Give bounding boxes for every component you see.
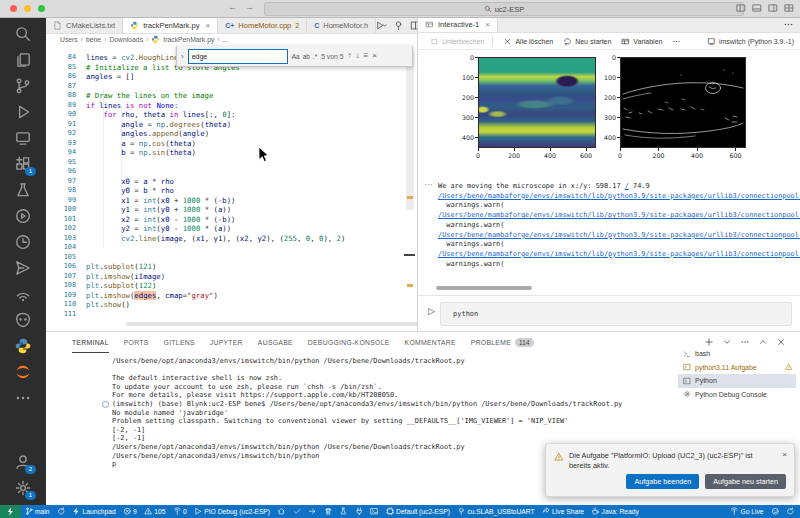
- breadcrumb-item-[interactable]: ...: [223, 36, 229, 43]
- close-window-button[interactable]: [10, 5, 17, 12]
- testing-icon[interactable]: [14, 181, 32, 199]
- extensions-icon[interactable]: 1: [14, 155, 32, 173]
- terminal-picker-icon[interactable]: [722, 337, 732, 347]
- status-feedback[interactable]: [767, 507, 783, 516]
- horizontal-scrollbar[interactable]: [126, 322, 417, 326]
- scrollbar-thumb[interactable]: [406, 50, 414, 210]
- code-line-88[interactable]: 88# Draw the lines on the image: [46, 91, 417, 101]
- panel-tab-kommentare[interactable]: KOMMENTARE: [405, 332, 456, 353]
- status-errors[interactable]: 9: [119, 507, 140, 516]
- code-line-102[interactable]: 102 y2 = int(y0 - 1000 * (a)): [46, 224, 417, 234]
- status-pio-upload[interactable]: [305, 507, 321, 516]
- kernel-picker[interactable]: imswitch (Python 3.9.-1): [707, 37, 794, 46]
- find-toggle-aa[interactable]: Aa: [292, 53, 300, 60]
- terminal-session-python-debug-console[interactable]: Python Debug Console: [678, 388, 796, 402]
- previous-match-icon[interactable]: ↑: [348, 52, 352, 60]
- tab-cmakelists-txt[interactable]: CMakeLists.txt: [46, 17, 123, 33]
- status-pio-test[interactable]: [336, 507, 352, 516]
- close-panel-icon[interactable]: [776, 337, 786, 347]
- code-line-111[interactable]: 111: [46, 310, 417, 320]
- interactive-input-box[interactable]: python: [440, 302, 792, 326]
- code-line-91[interactable]: 91 angle = np.degrees(theta): [46, 120, 417, 130]
- tab-trackpenmark-py[interactable]: trackPenMark.py×: [123, 17, 218, 33]
- code-line-110[interactable]: 110plt.show(): [46, 300, 417, 310]
- status-pio-env[interactable]: Default (uc2-ESP): [382, 507, 453, 516]
- status-warnings[interactable]: 105: [140, 507, 169, 516]
- panel-tab-ausgabe[interactable]: AUSGABE: [258, 332, 293, 353]
- code-line-105[interactable]: 105: [46, 253, 417, 263]
- panel-tab-jupyter[interactable]: JUPYTER: [210, 332, 243, 353]
- tab-homemotor-cpp[interactable]: C+HomeMotor.cpp2: [218, 17, 307, 33]
- send-icon[interactable]: [14, 259, 32, 277]
- source-control-icon[interactable]: [14, 77, 32, 95]
- find-toggle-ab[interactable]: ab: [303, 53, 310, 60]
- status-pio-monitor[interactable]: [351, 507, 367, 516]
- run-circle-icon[interactable]: [14, 207, 32, 225]
- code-line-95[interactable]: 95: [46, 158, 417, 168]
- status-reload[interactable]: [783, 507, 799, 516]
- code-line-94[interactable]: 94 b = np.sin(theta): [46, 148, 417, 158]
- layout-grid-icon[interactable]: [784, 3, 794, 13]
- panel-tab-terminal[interactable]: TERMINAL: [72, 332, 109, 353]
- aufgabe-neu-starten-button[interactable]: Aufgabe neu starten: [705, 474, 786, 489]
- breadcrumb[interactable]: Users›bene›Downloads›trackPenMark.py›...: [46, 33, 417, 46]
- status-pio-home[interactable]: [274, 507, 290, 516]
- breadcrumb-item-users[interactable]: Users: [60, 36, 78, 43]
- search-icon[interactable]: [14, 25, 32, 43]
- jupyter-icon[interactable]: [14, 363, 32, 381]
- remote-explorer-icon[interactable]: [14, 129, 32, 147]
- remote-indicator[interactable]: [0, 505, 21, 518]
- panel-tab-debugging-konsole[interactable]: DEBUGGING-KONSOLE: [308, 332, 390, 353]
- code-line-106[interactable]: 106plt.subplot(121): [46, 262, 417, 272]
- code-line-93[interactable]: 93 a = np.cos(theta): [46, 139, 417, 149]
- status-java-status[interactable]: Java: Ready: [588, 507, 643, 516]
- code-line-92[interactable]: 92 angles.append(angle): [46, 129, 417, 139]
- code-line-104[interactable]: 104: [46, 243, 417, 253]
- panel-tab-probleme[interactable]: PROBLEME114: [471, 332, 534, 353]
- next-match-icon[interactable]: ↓: [356, 52, 360, 60]
- interactive-hscrollbar[interactable]: [436, 286, 532, 290]
- code-line-101[interactable]: 101 x2 = int(x0 - 1000 * (-b)): [46, 215, 417, 225]
- wireless-icon[interactable]: [14, 285, 32, 303]
- status-pio-clean[interactable]: [320, 507, 336, 516]
- settings-icon[interactable]: 1: [14, 479, 32, 497]
- status-git-branch[interactable]: main: [21, 507, 53, 516]
- status-serial-port[interactable]: cu.SLAB_USBtoUART: [453, 507, 538, 516]
- restart-button[interactable]: Neu starten: [563, 37, 611, 46]
- terminal-session-python3-11-aufgabe[interactable]: python3.11 Aufgabe: [678, 361, 796, 375]
- code-line-96[interactable]: 96: [46, 167, 417, 177]
- aufgabe-beenden-button[interactable]: Aufgabe beenden: [626, 474, 699, 489]
- code-line-109[interactable]: 109plt.imshow(edges, cmap="gray"): [46, 291, 417, 301]
- code-line-87[interactable]: 87: [46, 82, 417, 92]
- nav-back-icon[interactable]: ←: [228, 2, 237, 12]
- split-right-icon[interactable]: [768, 3, 778, 13]
- more-actions-icon[interactable]: [783, 19, 794, 30]
- new-terminal-icon[interactable]: [704, 337, 714, 347]
- console-link[interactable]: /Users/bene/mambaforge/envs/imswitch/lib…: [438, 231, 800, 241]
- more-icon[interactable]: [740, 337, 750, 347]
- close-tab-icon[interactable]: ×: [205, 21, 210, 30]
- overview-ruler[interactable]: [404, 46, 416, 331]
- breadcrumb-item-downloads[interactable]: Downloads: [109, 36, 143, 43]
- cell-actions-icon[interactable]: ⋯: [424, 180, 433, 189]
- terminal-session-python[interactable]: Python: [678, 374, 796, 388]
- code-line-90[interactable]: 90 for rho, theta in lines[:, 0]:: [46, 110, 417, 120]
- clear-all-button[interactable]: Alle löschen: [503, 37, 553, 46]
- tab-homemotor-h[interactable]: CHomeMotor.h: [307, 17, 376, 33]
- command-center-search[interactable]: uc2-ESP: [264, 2, 744, 16]
- console-link[interactable]: /Users/bene/mambaforge/envs/imswitch/lib…: [438, 211, 800, 221]
- accounts-icon[interactable]: 2: [14, 453, 32, 471]
- maximize-panel-icon[interactable]: [758, 337, 768, 347]
- terminal-session-bash[interactable]: bash: [678, 347, 796, 361]
- console-link[interactable]: /Users/bene/mambaforge/envs/imswitch/lib…: [438, 250, 800, 260]
- close-tab-icon[interactable]: ×: [485, 20, 490, 29]
- status-pio-terminal[interactable]: [367, 507, 383, 516]
- code-line-107[interactable]: 107plt.imshow(iImage): [46, 272, 417, 282]
- command-decoration-icon[interactable]: [102, 401, 109, 408]
- code-editor[interactable]: 84lines = cv2.HoughLines(edges, 1, np.pi…: [46, 46, 417, 331]
- console-link[interactable]: /Users/bene/mambaforge/envs/imswitch/lib…: [438, 192, 800, 202]
- minimize-window-button[interactable]: [24, 5, 31, 12]
- code-line-103[interactable]: 103 cv2.line(image, (x1, y1), (x2, y2), …: [46, 234, 417, 244]
- panel-tab-gitlens[interactable]: GITLENS: [164, 332, 195, 353]
- close-notification-icon[interactable]: ×: [782, 450, 787, 459]
